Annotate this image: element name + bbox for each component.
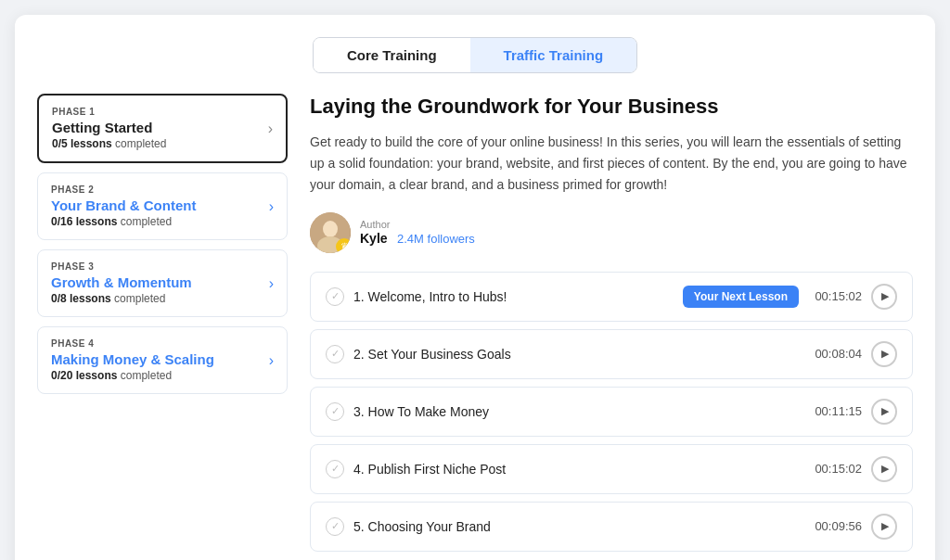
phase-item-1[interactable]: PHASE 1 Getting Started 0/5 lessons comp… — [37, 94, 288, 163]
play-button[interactable]: ▶ — [871, 399, 897, 425]
main-container: Core Training Traffic Training PHASE 1 G… — [15, 15, 935, 560]
play-button[interactable]: ▶ — [871, 456, 897, 482]
check-icon: ✓ — [326, 287, 344, 306]
phase-lessons: 0/8 lessons completed — [51, 292, 274, 305]
lesson-left: ✓ 3. How To Make Money — [326, 402, 489, 421]
crown-icon: ♛ — [340, 241, 349, 251]
phase-title: Growth & Momentum — [51, 274, 274, 290]
phase-title: Getting Started — [52, 120, 273, 135]
author-label: Author — [360, 219, 475, 230]
lesson-right: 00:09:56 ▶ — [808, 514, 897, 540]
lesson-right: 00:11:15 ▶ — [808, 399, 897, 425]
lesson-duration: 00:09:56 — [808, 519, 862, 533]
phase-title: Your Brand & Content — [51, 197, 274, 213]
lesson-duration: 00:15:02 — [808, 289, 862, 303]
lessons-list: ✓ 1. Welcome, Intro to Hubs! Your Next L… — [310, 272, 913, 552]
lesson-name: 4. Publish First Niche Post — [353, 462, 506, 477]
author-info: Author Kyle 2.4M followers — [360, 219, 475, 247]
lesson-left: ✓ 5. Choosing Your Brand — [326, 517, 491, 536]
phase-label: PHASE 1 — [52, 107, 273, 117]
phase-label: PHASE 4 — [51, 338, 274, 349]
lesson-item-3[interactable]: ✓ 3. How To Make Money 00:11:15 ▶ — [310, 387, 913, 437]
check-icon: ✓ — [326, 402, 344, 421]
content-title: Laying the Groundwork for Your Business — [310, 94, 913, 121]
next-lesson-badge: Your Next Lesson — [683, 286, 799, 308]
lesson-item-4[interactable]: ✓ 4. Publish First Niche Post 00:15:02 ▶ — [310, 444, 913, 494]
lesson-duration: 00:15:02 — [808, 462, 862, 476]
svg-point-1 — [323, 221, 338, 237]
tabs-row: Core Training Traffic Training — [37, 37, 913, 73]
author-row: ♛ Author Kyle 2.4M followers — [310, 212, 913, 253]
tabs-wrapper: Core Training Traffic Training — [313, 37, 637, 73]
check-icon: ✓ — [326, 460, 344, 478]
phase-lessons: 0/5 lessons completed — [52, 137, 273, 150]
lesson-item-2[interactable]: ✓ 2. Set Your Business Goals 00:08:04 ▶ — [310, 329, 913, 379]
lesson-right: 00:08:04 ▶ — [808, 341, 897, 367]
crown-badge: ♛ — [336, 238, 351, 253]
sidebar: PHASE 1 Getting Started 0/5 lessons comp… — [37, 94, 288, 552]
chevron-icon: › — [269, 275, 274, 292]
content-area: Laying the Groundwork for Your Business … — [310, 94, 913, 552]
phase-item-2[interactable]: PHASE 2 Your Brand & Content 0/16 lesson… — [37, 172, 288, 240]
author-followers: 2.4M followers — [397, 232, 475, 246]
lesson-name: 2. Set Your Business Goals — [353, 347, 511, 362]
lesson-left: ✓ 4. Publish First Niche Post — [326, 460, 506, 478]
tab-traffic[interactable]: Traffic Training — [470, 38, 637, 72]
play-button[interactable]: ▶ — [871, 284, 897, 310]
author-name: Kyle — [360, 231, 388, 246]
lesson-duration: 00:08:04 — [808, 347, 862, 361]
chevron-icon: › — [269, 352, 274, 369]
chevron-icon: › — [269, 198, 274, 215]
chevron-icon: › — [268, 121, 273, 137]
phase-label: PHASE 3 — [51, 261, 274, 272]
check-icon: ✓ — [326, 345, 344, 363]
avatar: ♛ — [310, 212, 351, 253]
lesson-name: 3. How To Make Money — [353, 404, 489, 419]
lesson-item-5[interactable]: ✓ 5. Choosing Your Brand 00:09:56 ▶ — [310, 502, 913, 552]
lesson-duration: 00:11:15 — [808, 404, 862, 418]
lesson-right: 00:15:02 ▶ — [808, 456, 897, 482]
phase-lessons: 0/20 lessons completed — [51, 369, 274, 382]
lesson-left: ✓ 2. Set Your Business Goals — [326, 345, 511, 363]
check-icon: ✓ — [326, 517, 344, 536]
lesson-left: ✓ 1. Welcome, Intro to Hubs! — [326, 287, 507, 306]
phase-title: Making Money & Scaling — [51, 351, 274, 367]
lesson-name: 5. Choosing Your Brand — [353, 519, 491, 534]
tab-core[interactable]: Core Training — [314, 38, 470, 72]
phase-item-4[interactable]: PHASE 4 Making Money & Scaling 0/20 less… — [37, 326, 288, 394]
phase-label: PHASE 2 — [51, 185, 274, 195]
content-description: Get ready to build the core of your onli… — [310, 132, 913, 196]
phase-lessons: 0/16 lessons completed — [51, 215, 274, 228]
phase-item-3[interactable]: PHASE 3 Growth & Momentum 0/8 lessons co… — [37, 249, 288, 317]
lesson-name: 1. Welcome, Intro to Hubs! — [353, 289, 507, 304]
play-button[interactable]: ▶ — [871, 514, 897, 540]
main-layout: PHASE 1 Getting Started 0/5 lessons comp… — [37, 94, 913, 552]
lesson-right: Your Next Lesson 00:15:02 ▶ — [683, 284, 897, 310]
lesson-item-1[interactable]: ✓ 1. Welcome, Intro to Hubs! Your Next L… — [310, 272, 913, 322]
play-button[interactable]: ▶ — [871, 341, 897, 367]
